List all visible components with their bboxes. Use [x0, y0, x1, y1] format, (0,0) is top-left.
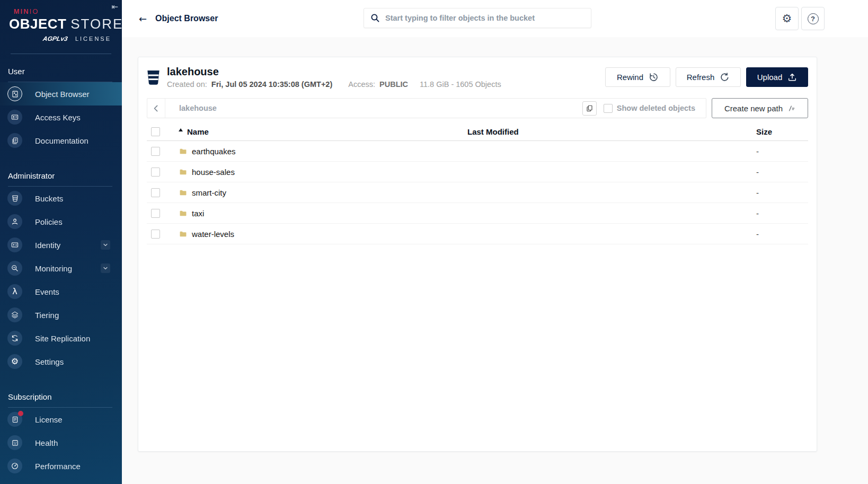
folder-icon: [179, 168, 188, 176]
row-checkbox[interactable]: [151, 209, 160, 218]
object-name: water-levels: [192, 230, 234, 239]
row-checkbox[interactable]: [151, 147, 160, 156]
sidebar-item-label: Monitoring: [35, 264, 72, 273]
created-label: Created on:: [167, 80, 207, 89]
sidebar-item-object-browser[interactable]: Object Browser: [0, 82, 122, 105]
object-browser-icon: [7, 86, 22, 101]
show-deleted-checkbox[interactable]: [604, 104, 613, 113]
help-icon: ?: [808, 13, 819, 24]
select-all-checkbox[interactable]: [151, 127, 160, 136]
path-row: lakehouse Show deleted objects Create ne…: [147, 98, 808, 118]
object-name-cell[interactable]: water-levels: [171, 230, 467, 239]
sidebar-item-settings[interactable]: ⚙Settings: [0, 350, 122, 373]
path-back-button[interactable]: [147, 99, 165, 118]
upload-button[interactable]: Upload: [746, 67, 808, 87]
folder-icon: [179, 147, 188, 155]
object-name: earthquakes: [192, 147, 236, 156]
column-size[interactable]: Size: [756, 127, 808, 136]
sidebar-item-buckets[interactable]: Buckets: [0, 187, 122, 210]
size-cell: -: [756, 147, 808, 156]
object-name: taxi: [192, 209, 204, 218]
column-last-modified[interactable]: Last Modified: [467, 127, 756, 136]
access-label: Access:: [348, 80, 375, 89]
table-row[interactable]: house-sales-: [147, 162, 808, 182]
refresh-icon: [720, 72, 730, 82]
column-name[interactable]: Name: [171, 127, 467, 136]
object-name-cell[interactable]: earthquakes: [171, 147, 467, 156]
object-name: smart-city: [192, 188, 226, 197]
help-button[interactable]: ?: [801, 7, 825, 30]
table-row[interactable]: smart-city-: [147, 182, 808, 203]
search-input[interactable]: [385, 14, 584, 22]
sidebar-item-policies[interactable]: Policies: [0, 210, 122, 233]
logo-divider: [11, 54, 111, 54]
sidebar-item-label: Documentation: [35, 136, 88, 145]
sidebar-item-site-replication[interactable]: Site Replication: [0, 327, 122, 350]
sidebar-item-documentation[interactable]: Documentation: [0, 129, 122, 152]
header-actions: ⚙ ?: [775, 7, 825, 30]
sidebar-section-administrator: AdministratorBucketsPoliciesIdentityMoni…: [0, 171, 122, 373]
upload-icon: [787, 72, 797, 82]
chevron-down-icon[interactable]: [101, 240, 110, 250]
buckets-icon: [7, 191, 22, 206]
table-row[interactable]: taxi-: [147, 203, 808, 224]
table-row[interactable]: earthquakes-: [147, 141, 808, 162]
license-word: LICENSE: [75, 36, 111, 42]
row-checkbox[interactable]: [151, 230, 160, 239]
sidebar-item-label: Performance: [35, 462, 81, 471]
bucket-name: lakehouse: [167, 65, 501, 78]
object-name-cell[interactable]: taxi: [171, 209, 467, 218]
show-deleted-label: Show deleted objects: [617, 104, 695, 112]
table-row[interactable]: water-levels-: [147, 224, 808, 244]
chevron-left-icon: [152, 104, 161, 113]
chevron-down-icon[interactable]: [101, 263, 110, 273]
sidebar-item-license[interactable]: License: [0, 408, 122, 431]
create-new-path-button[interactable]: Create new path: [712, 98, 808, 118]
path-bar: lakehouse Show deleted objects: [147, 98, 706, 118]
policies-icon: [7, 214, 22, 229]
sidebar-item-performance[interactable]: Performance: [0, 454, 122, 478]
rewind-icon: [649, 72, 659, 82]
rewind-button[interactable]: Rewind: [605, 67, 670, 87]
section-label: Subscription: [0, 392, 122, 401]
sidebar-item-label: Settings: [35, 357, 64, 366]
size-cell: -: [756, 209, 808, 218]
size-cell: -: [756, 188, 808, 197]
settings-button[interactable]: ⚙: [775, 7, 799, 30]
sidebar-item-label: Events: [35, 287, 59, 296]
sidebar-item-label: Health: [35, 438, 58, 447]
sidebar-item-label: Access Keys: [35, 113, 81, 122]
license-icon: [7, 412, 22, 427]
sidebar-item-events[interactable]: λEvents: [0, 280, 122, 303]
sidebar-item-identity[interactable]: Identity: [0, 233, 122, 257]
sidebar-item-access-keys[interactable]: Access Keys: [0, 105, 122, 129]
bucket-summary: 11.8 GiB - 1605 Objects: [420, 80, 501, 89]
sidebar-item-health[interactable]: Health: [0, 431, 122, 454]
row-checkbox[interactable]: [151, 168, 160, 177]
object-name-cell[interactable]: house-sales: [171, 168, 467, 177]
object-table: Name Last Modified Size earthquakes-hous…: [147, 122, 808, 244]
search-icon: [370, 13, 380, 23]
site-replication-icon: [7, 331, 22, 346]
bucket-title-block: lakehouse Created on: Fri, Jul 05 2024 1…: [167, 65, 501, 89]
folder-icon: [179, 209, 188, 217]
object-name-cell[interactable]: smart-city: [171, 188, 467, 197]
main-area: ← Object Browser ⚙ ? lakehouse Created o…: [122, 0, 868, 484]
sidebar-item-tiering[interactable]: Tiering: [0, 303, 122, 327]
sidebar-section-subscription: SubscriptionLicenseHealthPerformance: [0, 392, 122, 478]
created-value: Fri, Jul 05 2024 10:35:08 (GMT+2): [211, 80, 332, 89]
object-table-body: earthquakes-house-sales-smart-city-taxi-…: [147, 141, 808, 244]
back-arrow-icon[interactable]: ←: [139, 13, 147, 24]
sidebar: ⇤ MINIO OBJECT STORE AGPLv3 LICENSE User…: [0, 0, 122, 484]
filter-search-box: [364, 8, 591, 28]
bucket-actions: Rewind Refresh Upload: [605, 67, 808, 87]
object-name: house-sales: [192, 168, 235, 177]
refresh-button[interactable]: Refresh: [676, 67, 741, 87]
bucket-card: lakehouse Created on: Fri, Jul 05 2024 1…: [138, 57, 817, 452]
sidebar-item-label: Site Replication: [35, 334, 90, 343]
row-checkbox[interactable]: [151, 188, 160, 197]
collapse-sidebar-icon[interactable]: ⇤: [111, 3, 118, 11]
copy-path-button[interactable]: [582, 101, 597, 116]
sidebar-item-monitoring[interactable]: Monitoring: [0, 257, 122, 280]
size-cell: -: [756, 230, 808, 239]
